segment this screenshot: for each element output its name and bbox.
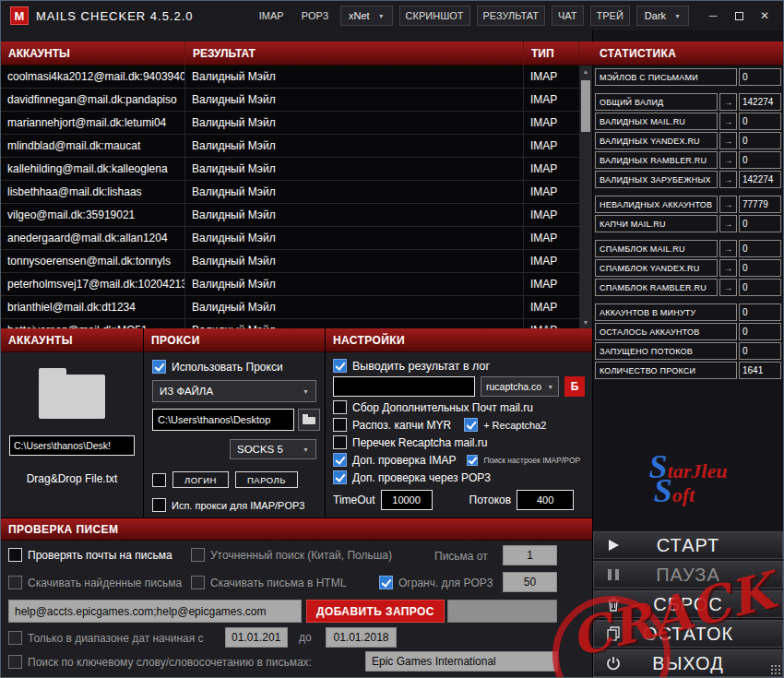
stat-value: 142274 <box>739 93 781 111</box>
pause-button[interactable]: ПАУЗА <box>593 561 783 589</box>
column-header-type[interactable]: ТИП <box>524 42 579 65</box>
table-row[interactable]: anedergaard@mail.dk:allan1204Валидный Мэ… <box>1 227 579 250</box>
date-to-input[interactable] <box>326 627 397 648</box>
export-icon[interactable]: → <box>719 215 737 232</box>
chevron-down-icon: ▼ <box>303 446 309 453</box>
scroll-up-icon[interactable]: ▲ <box>583 65 589 77</box>
date-to-label: до <box>299 631 312 644</box>
table-row[interactable]: kallehilding@mail.dk:kalleoglenaВалидный… <box>1 158 579 181</box>
captcha-service-dropdown[interactable]: rucaptcha.co ▼ <box>481 376 559 397</box>
limit-pop3-input[interactable] <box>503 572 557 592</box>
letters-from-input[interactable] <box>503 545 557 565</box>
scrollbar-thumb[interactable] <box>581 80 590 132</box>
proxy-password-button[interactable]: ПАРОЛЬ <box>235 471 298 488</box>
recaptcha2-checkbox[interactable] <box>464 418 478 432</box>
table-row[interactable]: peterholmsvej17@mail.dk:10204213Валидный… <box>1 273 579 296</box>
statistics-panel: СТАТИСТИКА МЭЙЛОВ С ПИСЬМАМИ0ОБЩИЙ ВАЛИД… <box>592 42 784 379</box>
search-imap-pop-settings-checkbox[interactable] <box>467 455 478 466</box>
download-html-checkbox[interactable]: Скачивать письма в HTML <box>191 576 346 589</box>
extra-imap-check-checkbox[interactable] <box>333 453 347 467</box>
table-row[interactable]: betteiversen@mail.dk:MQ51Валидный МэйлIM… <box>1 319 579 328</box>
export-icon[interactable]: → <box>719 113 737 130</box>
recognize-captcha-checkbox[interactable] <box>333 418 347 432</box>
chevron-down-icon: ▼ <box>303 388 309 395</box>
table-row[interactable]: davidfinnegan@mail.dk:pandapisoВалидный … <box>1 89 579 112</box>
table-row[interactable]: brianthiel@mail.dk:dt1234Валидный МэйлIM… <box>1 296 579 319</box>
date-from-input[interactable] <box>225 627 288 648</box>
export-icon[interactable]: → <box>719 151 737 169</box>
recheck-recaptcha-checkbox[interactable]: Перечек Recaptcha mail.ru <box>333 435 585 449</box>
proxy-source-dropdown[interactable]: ИЗ ФАЙЛА ▼ <box>152 380 316 402</box>
menu-chat[interactable]: ЧАТ <box>552 6 584 26</box>
export-icon[interactable]: → <box>719 196 737 213</box>
proxy-file-path-input[interactable] <box>152 409 294 431</box>
column-header-accounts[interactable]: АККАУНТЫ <box>1 42 185 65</box>
proxy-type-dropdown[interactable]: SOCKS 5 ▼ <box>230 439 316 459</box>
timeout-input[interactable] <box>381 490 433 510</box>
table-row[interactable]: lisbethhaa@mail.dk:lishaasВалидный МэйлI… <box>1 181 579 204</box>
stat-row: ВАЛИДНЫХ RAMBLER.RU→0 <box>595 151 781 169</box>
stat-label: ВАЛИДНЫХ YANDEX.RU <box>595 132 718 149</box>
date-range-checkbox[interactable]: Только в диапазоне дат начиная с <box>8 631 204 645</box>
folder-icon[interactable] <box>39 375 105 419</box>
menu-screenshot[interactable]: СКРИНШОТ <box>399 6 470 26</box>
threads-input[interactable] <box>517 490 574 510</box>
download-found-checkbox[interactable]: Скачивать найденные письма <box>8 576 182 589</box>
menu-result[interactable]: РЕЗУЛЬТАТ <box>477 6 545 26</box>
checkbox-icon <box>333 435 347 449</box>
log-output-checkbox[interactable]: Выводить результат в лог <box>333 359 585 373</box>
stat-value: 0 <box>739 113 781 130</box>
table-row[interactable]: mariannehjort@mail.dk:letumi04Валидный М… <box>1 112 579 135</box>
resize-grip[interactable] <box>770 664 780 674</box>
table-row[interactable]: tonnysoerensen@mail.dk:tonnylsВалидный М… <box>1 250 579 273</box>
table-row[interactable]: mlindblad@mail.dk:maucatВалидный МэйлIMA… <box>1 135 579 158</box>
export-icon[interactable]: → <box>719 279 737 296</box>
check-mails-checkbox[interactable]: Проверять почты на письма <box>8 548 172 562</box>
export-icon[interactable]: → <box>719 171 737 188</box>
maximize-button[interactable] <box>726 5 752 27</box>
window-title: MAILS CHECKER 4.5.2.0 <box>36 9 194 23</box>
start-button[interactable]: СТАРТ <box>593 531 783 559</box>
proxy-auth-checkbox[interactable] <box>152 473 166 487</box>
stat-row: ЗАПУЩЕНО ПОТОКОВ0 <box>595 342 781 360</box>
minimize-button[interactable]: ─ <box>700 5 726 27</box>
use-proxy-for-imap-checkbox[interactable]: Исп. прокси для IMAP/POP3 <box>152 498 316 512</box>
export-icon[interactable]: → <box>719 259 737 277</box>
limit-pop3-checkbox[interactable]: Огранч. для POP3 <box>379 576 493 589</box>
table-scrollbar[interactable]: ▲ ▼ <box>579 65 592 328</box>
browse-folder-button[interactable] <box>298 409 320 431</box>
reset-button[interactable]: СБРОС <box>593 590 783 618</box>
accounts-file-path[interactable]: C:\Users\thanos\Desk! <box>9 435 135 456</box>
extra-pop3-check-checkbox[interactable]: Доп. проверка через POP3 <box>333 470 585 484</box>
export-icon[interactable]: → <box>719 240 737 257</box>
refined-search-checkbox[interactable]: Уточненный поиск (Китай, Польша) <box>191 548 392 562</box>
theme-dropdown[interactable]: Dark ▼ <box>636 6 689 26</box>
rest-button[interactable]: ОСТАТОК <box>593 620 783 648</box>
play-icon <box>604 536 623 554</box>
checkbox-icon <box>152 498 166 512</box>
table-row[interactable]: coolmasi4ka2012@mail.dk:94039403Валидный… <box>1 65 579 89</box>
keyword-input[interactable] <box>365 651 558 672</box>
captcha-key-input[interactable] <box>333 376 475 397</box>
column-header-result[interactable]: РЕЗУЛЬТАТ <box>185 42 524 65</box>
collect-extra-mail-checkbox[interactable]: Сбор Дополнительных Почт mail.ru <box>333 400 585 414</box>
add-query-button[interactable]: ДОБАВИТЬ ЗАПРОС <box>306 600 445 623</box>
xnet-dropdown[interactable]: xNet ▼ <box>340 6 393 26</box>
exit-button[interactable]: ВЫХОД <box>593 649 783 677</box>
export-icon[interactable]: → <box>719 93 737 111</box>
balance-button[interactable]: Б <box>564 376 585 397</box>
proxy-login-button[interactable]: ЛОГИН <box>172 471 229 488</box>
keyword-search-checkbox[interactable]: Поиск по ключевому слову/словосочетанию … <box>8 655 312 669</box>
close-button[interactable]: ✕ <box>752 5 778 27</box>
menu-imap[interactable]: IMAP <box>254 6 290 25</box>
stat-label: СПАМБЛОК RAMBLER.RU <box>595 279 718 296</box>
menu-tray[interactable]: ТРЕЙ <box>590 6 630 26</box>
brand-logo: StarJleu Soft <box>605 450 771 507</box>
use-proxy-checkbox[interactable]: Использовать Прокси <box>152 360 316 374</box>
table-row[interactable]: vilgeo@mail.dk:35919021Валидный МэйлIMAP <box>1 204 579 227</box>
menu-pop3[interactable]: POP3 <box>296 6 334 25</box>
search-query-input[interactable] <box>8 600 302 623</box>
scroll-down-icon[interactable]: ▼ <box>583 316 589 328</box>
export-icon[interactable]: → <box>719 132 737 149</box>
table-body[interactable]: coolmasi4ka2012@mail.dk:94039403Валидный… <box>1 65 579 328</box>
